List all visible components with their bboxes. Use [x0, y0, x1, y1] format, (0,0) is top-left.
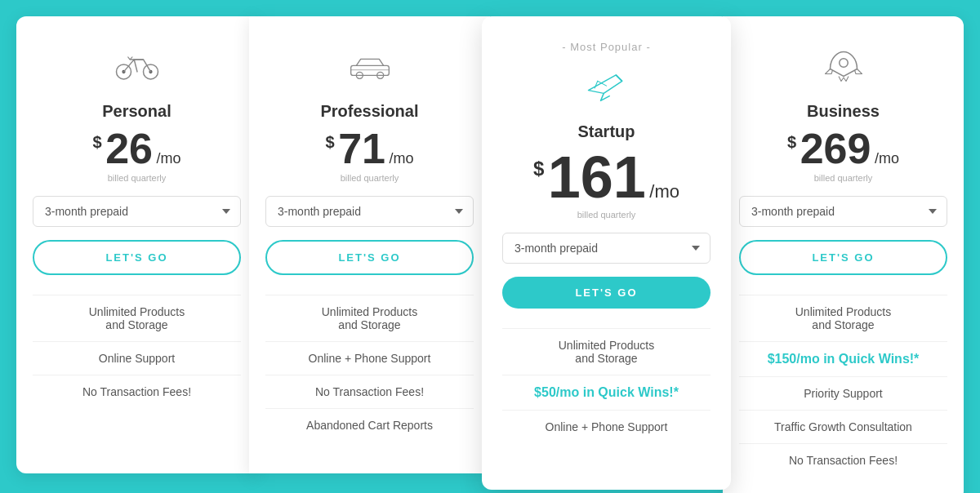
- quick-wins-highlight: $50/mo in Quick Wins!*: [534, 385, 679, 399]
- personal-features: Unlimited Productsand Storage Online Sup…: [33, 295, 241, 408]
- plan-card-personal: Personal $ 26 /mo billed quarterly 3-mon…: [16, 16, 257, 473]
- feature-item: Online + Phone Support: [265, 341, 474, 375]
- startup-dollar: $: [533, 159, 544, 179]
- business-prepaid-select[interactable]: 3-month prepaid: [739, 196, 947, 227]
- business-amount: 269: [800, 125, 871, 172]
- feature-item: $150/mo in Quick Wins!*: [739, 341, 947, 376]
- professional-lets-go-button[interactable]: LET'S GO: [265, 240, 474, 275]
- professional-prepaid-select[interactable]: 3-month prepaid: [265, 196, 474, 227]
- personal-mo: /mo: [156, 150, 180, 167]
- svg-point-8: [839, 59, 848, 68]
- plan-icon-startup: [502, 61, 710, 110]
- startup-lets-go-button[interactable]: LET'S GO: [502, 277, 710, 309]
- startup-plan-name: Startup: [502, 122, 710, 141]
- business-dollar: $: [787, 134, 796, 150]
- plan-icon-professional: [265, 41, 474, 90]
- car-icon: [345, 45, 394, 86]
- plan-card-business: Business $ 269 /mo billed quarterly 3-mo…: [723, 16, 964, 493]
- rocket-icon: [819, 45, 868, 86]
- plan-icon-business: [739, 41, 947, 90]
- startup-amount: 161: [548, 144, 646, 210]
- professional-mo: /mo: [389, 150, 413, 167]
- plan-card-startup: - Most Popular - Startup $ 161 /mo bille…: [482, 16, 731, 490]
- professional-features: Unlimited Productsand Storage Online + P…: [265, 295, 474, 442]
- professional-billed: billed quarterly: [265, 173, 474, 183]
- personal-dollar: $: [93, 134, 102, 150]
- feature-item: Unlimited Productsand Storage: [502, 328, 710, 375]
- business-features: Unlimited Productsand Storage $150/mo in…: [739, 295, 947, 477]
- startup-plan-price: $ 161 /mo: [502, 148, 710, 207]
- business-mo: /mo: [875, 150, 899, 167]
- professional-plan-name: Professional: [265, 102, 474, 121]
- feature-item: Priority Support: [739, 376, 947, 410]
- plan-card-professional: Professional $ 71 /mo billed quarterly 3…: [249, 16, 490, 473]
- business-billed: billed quarterly: [739, 173, 947, 183]
- business-plan-name: Business: [739, 102, 947, 121]
- bicycle-icon: [113, 45, 162, 86]
- personal-plan-name: Personal: [33, 102, 241, 121]
- most-popular-badge: - Most Popular -: [502, 41, 710, 53]
- feature-item: Abandoned Cart Reports: [265, 408, 474, 442]
- feature-item: No Transaction Fees!: [265, 375, 474, 408]
- personal-plan-price: $ 26 /mo: [33, 127, 241, 170]
- feature-item: No Transaction Fees!: [739, 443, 947, 477]
- personal-amount: 26: [105, 125, 153, 172]
- startup-features: Unlimited Productsand Storage $50/mo in …: [502, 328, 710, 443]
- feature-item: $50/mo in Quick Wins!*: [502, 375, 710, 410]
- pricing-container: Personal $ 26 /mo billed quarterly 3-mon…: [16, 16, 964, 493]
- personal-billed: billed quarterly: [33, 173, 241, 183]
- personal-lets-go-button[interactable]: LET'S GO: [33, 240, 241, 275]
- plan-icon-personal: [33, 41, 241, 90]
- startup-prepaid-select[interactable]: 3-month prepaid: [502, 233, 710, 264]
- feature-item: Traffic Growth Consultation: [739, 410, 947, 443]
- plane-icon: [582, 65, 631, 106]
- business-lets-go-button[interactable]: LET'S GO: [739, 240, 947, 275]
- professional-plan-price: $ 71 /mo: [265, 127, 474, 170]
- feature-item: Online + Phone Support: [502, 410, 710, 443]
- feature-item: Online Support: [33, 341, 241, 375]
- personal-prepaid-select[interactable]: 3-month prepaid: [33, 196, 241, 227]
- feature-item: No Transaction Fees!: [33, 375, 241, 408]
- feature-item: Unlimited Productsand Storage: [739, 295, 947, 341]
- startup-mo: /mo: [649, 181, 679, 202]
- professional-dollar: $: [326, 134, 335, 150]
- quick-wins-highlight-business: $150/mo in Quick Wins!*: [768, 352, 920, 366]
- feature-item: Unlimited Productsand Storage: [33, 295, 241, 341]
- startup-billed: billed quarterly: [502, 210, 710, 220]
- business-plan-price: $ 269 /mo: [739, 127, 947, 170]
- feature-item: Unlimited Productsand Storage: [265, 295, 474, 341]
- professional-amount: 71: [338, 125, 385, 172]
